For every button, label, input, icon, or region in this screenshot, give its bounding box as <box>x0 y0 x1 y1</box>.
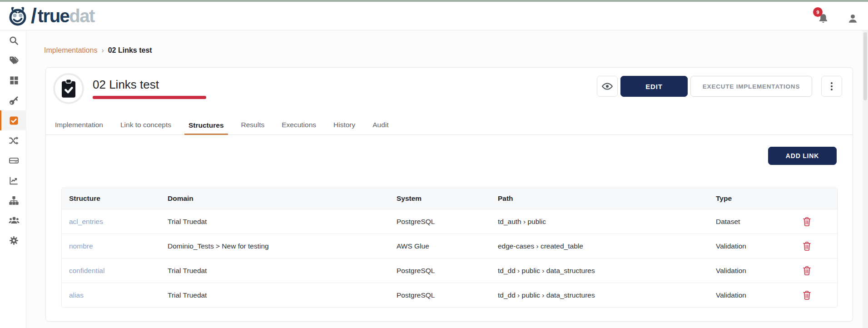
structure-link[interactable]: confidential <box>62 267 160 275</box>
domain-cell: Trial Truedat <box>160 291 389 299</box>
column-header-type: Type <box>709 194 791 203</box>
tab-link-to-concepts[interactable]: Link to concepts <box>116 121 175 134</box>
eye-icon <box>601 80 613 92</box>
structures-table: Structure Domain System Path Type acl_en… <box>61 188 838 308</box>
system-cell: PostgreSQL <box>389 218 491 226</box>
path-cell: td_dd › public › data_structures <box>491 267 709 275</box>
gear-icon <box>9 235 19 246</box>
implementation-card: 02 Links test EDIT EXECUTE IMPLEMENTATIO… <box>45 67 853 322</box>
type-cell: Validation <box>709 291 791 299</box>
sidebar-item-grid[interactable] <box>0 70 26 90</box>
breadcrumb-current: 02 Links test <box>108 46 152 55</box>
logo-wordmark: truedat <box>38 5 94 27</box>
domain-cell: Dominio_Tests > New for testing <box>160 242 389 250</box>
hard-drive-icon <box>9 155 19 166</box>
path-cell: td_dd › public › data_structures <box>491 291 709 299</box>
execute-implementations-button[interactable]: EXECUTE IMPLEMENTATIONS <box>690 76 812 97</box>
tab-results[interactable]: Results <box>237 121 269 134</box>
clipboard-check-icon <box>60 79 77 99</box>
table-header-row: Structure Domain System Path Type <box>62 188 837 209</box>
trash-icon <box>803 241 811 251</box>
trash-icon <box>803 266 811 275</box>
table-row: acl_entries Trial Truedat PostgreSQL td_… <box>62 209 837 234</box>
path-cell: edge-cases › created_table <box>491 242 709 250</box>
title-accent-bar <box>93 96 206 99</box>
sidebar-item-shuffle[interactable] <box>0 130 26 150</box>
table-row: alias Trial Truedat PostgreSQL td_dd › p… <box>62 283 837 307</box>
column-header-system: System <box>389 194 491 203</box>
add-link-button[interactable]: ADD LINK <box>768 147 837 165</box>
path-cell: td_auth › public <box>491 218 709 226</box>
more-options-button[interactable] <box>821 76 842 97</box>
column-header-path: Path <box>491 194 709 203</box>
notifications-button[interactable]: 9 <box>816 7 834 27</box>
grid-icon <box>9 75 19 85</box>
tab-audit[interactable]: Audit <box>368 121 392 134</box>
breadcrumb-link-implementations[interactable]: Implementations <box>44 46 97 55</box>
system-cell: PostgreSQL <box>389 291 491 299</box>
type-cell: Validation <box>709 242 791 250</box>
search-icon <box>9 35 19 46</box>
column-header-domain: Domain <box>160 194 389 203</box>
breadcrumb-separator: › <box>101 46 104 55</box>
implementation-avatar <box>53 73 84 104</box>
shuffle-icon <box>9 135 19 146</box>
preview-button[interactable] <box>597 76 618 97</box>
sidebar-item-key[interactable] <box>0 90 26 110</box>
logo-word-true: true <box>38 6 69 26</box>
structure-link[interactable]: alias <box>62 291 160 299</box>
tab-bar: Implementation Link to concepts Structur… <box>46 118 853 135</box>
sidebar-item-check-square[interactable] <box>0 110 26 130</box>
sidebar-item-chart-line[interactable] <box>0 170 26 190</box>
structure-link[interactable]: nombre <box>62 242 160 250</box>
tab-executions[interactable]: Executions <box>278 121 320 134</box>
vertical-scrollbar[interactable] <box>863 30 868 328</box>
sidebar-nav <box>0 30 26 328</box>
header-toolbar: EDIT EXECUTE IMPLEMENTATIONS <box>597 76 842 97</box>
sidebar-item-sitemap[interactable] <box>0 190 26 210</box>
truedat-logo[interactable]: / truedat <box>6 5 94 27</box>
table-row: nombre Dominio_Tests > New for testing A… <box>62 234 837 258</box>
user-menu-button[interactable] <box>847 13 858 25</box>
logo-word-dat: dat <box>69 6 94 26</box>
breadcrumb: Implementations › 02 Links test <box>44 46 152 55</box>
sidebar-item-users[interactable] <box>0 210 26 230</box>
sidebar-item-tags[interactable] <box>0 50 26 70</box>
delete-link-button[interactable] <box>803 266 811 275</box>
system-cell: AWS Glue <box>389 242 491 250</box>
sidebar-item-settings[interactable] <box>0 230 26 250</box>
delete-link-button[interactable] <box>803 241 811 251</box>
sidebar-item-hard-drive[interactable] <box>0 150 26 170</box>
trash-icon <box>803 290 811 300</box>
logo-slash: / <box>31 5 37 27</box>
notification-count-badge: 9 <box>813 7 823 17</box>
chart-line-icon <box>9 175 19 186</box>
delete-link-button[interactable] <box>803 290 811 300</box>
page-title: 02 Links test <box>93 78 159 92</box>
dots-vertical-icon <box>831 82 833 84</box>
tab-history[interactable]: History <box>329 121 359 134</box>
owl-logo-icon <box>6 5 29 27</box>
scrollbar-thumb[interactable] <box>863 32 867 100</box>
delete-link-button[interactable] <box>803 217 811 226</box>
column-header-structure: Structure <box>62 194 160 203</box>
table-row: confidential Trial Truedat PostgreSQL td… <box>62 258 837 283</box>
sitemap-icon <box>9 195 19 206</box>
users-icon <box>9 215 20 226</box>
type-cell: Dataset <box>709 218 791 226</box>
structure-link[interactable]: acl_entries <box>62 218 160 226</box>
application-window: / truedat 9 <box>0 0 868 328</box>
trash-icon <box>803 217 811 226</box>
domain-cell: Trial Truedat <box>160 218 389 226</box>
domain-cell: Trial Truedat <box>160 267 389 275</box>
type-cell: Validation <box>709 267 791 275</box>
tags-icon <box>9 55 19 66</box>
topbar: / truedat 9 <box>0 2 868 30</box>
tab-implementation[interactable]: Implementation <box>51 121 107 134</box>
key-icon <box>9 95 19 106</box>
tab-structures[interactable]: Structures <box>184 121 228 135</box>
edit-button[interactable]: EDIT <box>620 76 688 97</box>
sidebar-item-search[interactable] <box>0 30 26 50</box>
system-cell: PostgreSQL <box>389 267 491 275</box>
check-square-icon <box>9 115 19 126</box>
